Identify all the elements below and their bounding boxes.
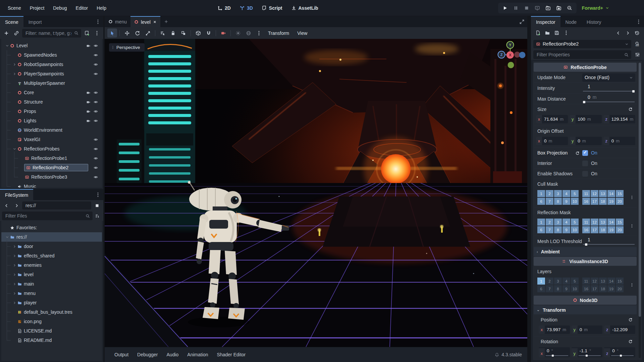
layer-cell-2[interactable]: 2 [546,278,553,285]
remote-debug-button[interactable] [532,3,542,13]
scene-tree-row[interactable]: Level [1,41,102,50]
layer-cell-19[interactable]: 19 [607,198,615,205]
box-projection-checkbox[interactable] [582,150,588,156]
pause-button[interactable] [511,3,521,13]
layer-cell-7[interactable]: 7 [546,198,553,205]
layer-cell-16[interactable]: 16 [582,226,590,233]
scene-tree-row[interactable]: Props [1,107,102,116]
view-axis-gizmo[interactable]: Y Z X [490,41,527,74]
layer-cell-6[interactable]: 6 [537,198,545,205]
layer-cell-13[interactable]: 13 [599,219,607,226]
layer-cell-10[interactable]: 10 [571,285,579,292]
lock-selected-button[interactable] [168,28,178,38]
move-mode-button[interactable] [122,28,132,38]
attach-script-button[interactable] [83,29,91,38]
filesystem-row[interactable]: main [1,279,102,289]
local-space-toggle-button[interactable] [193,28,203,38]
layer-cell-18[interactable]: 18 [599,198,607,205]
eye-icon[interactable] [94,175,98,179]
scene-tree-row[interactable]: PlayerSpawnpoints [1,69,102,78]
scene-filter[interactable] [22,29,81,38]
scene-tree-row[interactable]: Core [1,88,102,97]
rotation-vector[interactable]: x0° y-1.1° z0° [534,346,637,360]
scene-tree-row[interactable]: Structure [1,97,102,107]
position-vector[interactable]: x73.997m y0m z-12.209 [534,324,637,337]
menu-project[interactable]: Project [25,4,49,12]
filesystem-row[interactable]: README.md [1,336,102,345]
filesystem-row[interactable]: door [1,242,102,251]
fs-split-mode-button[interactable] [93,201,101,210]
layer-cell-16[interactable]: 16 [582,285,590,292]
expand-viewport-icon[interactable] [519,19,525,24]
update-mode-dropdown[interactable]: Once (Fast) [582,73,635,82]
layer-cell-10[interactable]: 10 [571,226,579,233]
kebab-menu-icon[interactable] [630,223,635,229]
bottom-panel-animation[interactable]: Animation [183,350,212,359]
layer-cell-1[interactable]: 1 [537,190,545,197]
scene-tree-row[interactable]: MultiplayerSpawner [1,78,102,88]
save-resource-button[interactable] [552,28,561,37]
reset-icon[interactable] [628,339,633,344]
eye-icon[interactable] [94,147,98,151]
layer-cell-15[interactable]: 15 [616,278,624,285]
layer-cell-1[interactable]: 1 [537,278,545,285]
scene-tree-row[interactable]: RobotSpawnpoints [1,60,102,69]
layer-cell-6[interactable]: 6 [537,226,545,233]
layer-cell-4[interactable]: 4 [562,219,570,226]
scene-filter-input[interactable] [25,30,72,36]
film-icon[interactable] [86,119,91,123]
eye-icon[interactable] [94,119,98,123]
film-icon[interactable] [86,44,91,48]
inspector-scrollbar[interactable] [639,63,641,358]
eye-icon[interactable] [94,62,98,67]
camera-preview-button[interactable] [218,28,228,38]
instance-scene-button[interactable] [12,29,21,38]
layer-cell-3[interactable]: 3 [554,190,562,197]
layer-cell-9[interactable]: 9 [562,226,570,233]
group-selected-button[interactable] [178,28,188,38]
layer-cell-15[interactable]: 15 [616,219,624,226]
layer-cell-4[interactable]: 4 [562,190,570,197]
layer-cell-2[interactable]: 2 [546,190,553,197]
viewport-menu-transform[interactable]: Transform [264,31,293,36]
kebab-menu-icon[interactable] [636,19,641,24]
film-icon[interactable] [86,109,91,114]
layer-cell-19[interactable]: 19 [607,226,615,233]
filesystem-row[interactable]: enemies [1,260,102,270]
play-scene-button[interactable] [543,3,553,13]
layer-cell-19[interactable]: 19 [607,285,615,292]
layer-cell-13[interactable]: 13 [599,190,607,197]
scene-tree-row[interactable]: VoxelGI [1,135,102,144]
scene-tab-level[interactable]: level [130,16,160,27]
movie-maker-button[interactable] [565,3,575,13]
layer-cell-18[interactable]: 18 [599,226,607,233]
perspective-menu[interactable]: Perspective [109,43,145,52]
layer-cell-12[interactable]: 12 [591,190,598,197]
scene-tree-menu-button[interactable] [93,29,101,38]
inspector-filter[interactable] [533,50,631,59]
bottom-panel-debugger[interactable]: Debugger [133,350,162,359]
layer-cell-12[interactable]: 12 [591,278,598,285]
filesystem-row[interactable]: Favorites: [1,223,102,232]
layer-cell-4[interactable]: 4 [562,278,570,285]
renderer-selector[interactable]: Forward+ [582,5,609,11]
viewport-menu-view[interactable]: View [293,31,311,36]
workspace-assetlib[interactable]: AssetLib [288,4,321,12]
inspector-filter-input[interactable] [536,52,622,58]
tab-inspector[interactable]: Inspector [531,16,560,27]
filesystem-row[interactable]: res:// [1,232,102,242]
menu-help[interactable]: Help [92,4,111,12]
preview-environment-button[interactable] [244,28,253,38]
filesystem-row[interactable]: menu [1,289,102,298]
intensity-field[interactable]: 1 [582,83,635,93]
mesh-lod-field[interactable]: 1 [582,237,635,246]
layer-cell-8[interactable]: 8 [554,198,562,205]
layer-cell-8[interactable]: 8 [554,285,562,292]
layer-cell-20[interactable]: 20 [616,226,624,233]
scene-tree-row[interactable]: WorldEnvironment [1,125,102,135]
workspace-3d[interactable]: 3D [237,4,256,12]
eye-icon[interactable] [94,109,98,114]
eye-icon[interactable] [94,44,98,48]
scene-tree-row[interactable]: Music [1,182,102,188]
layer-cell-15[interactable]: 15 [616,190,624,197]
